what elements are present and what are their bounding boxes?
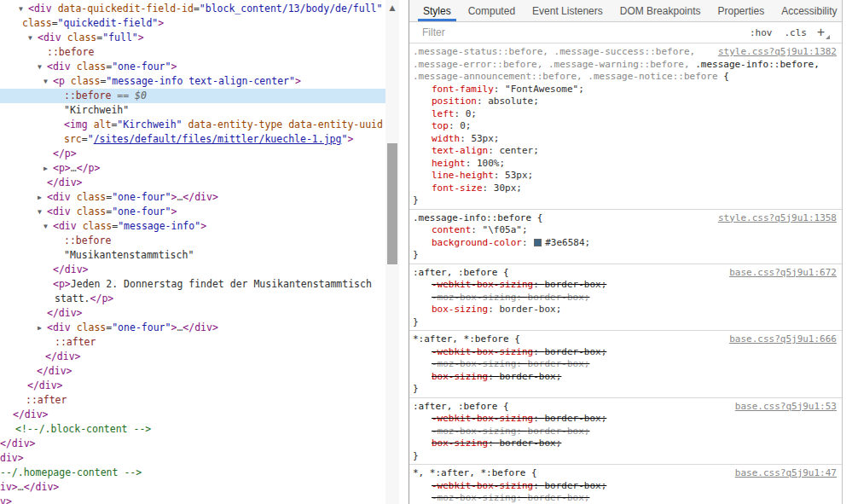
dom-tree-row[interactable]: class="quickedit-field"> [0, 16, 385, 31]
rule-selector[interactable]: style.css?q5j9u1:1358.message-info::befo… [413, 212, 837, 225]
class-toggle-button[interactable]: .cls [784, 27, 807, 38]
color-swatch[interactable] [534, 239, 542, 246]
dom-tree-row[interactable]: v> [0, 495, 385, 504]
dom-tree-row[interactable]: ▼<div class="message-info"> [0, 219, 385, 234]
tab-accessibility[interactable]: Accessibility [773, 0, 845, 21]
dom-tree-row[interactable]: "Musikantenstammtisch" [0, 248, 385, 263]
rule-selector[interactable]: base.css?q5j9u1:47*, *:after, *:before { [413, 467, 837, 480]
css-property[interactable]: font-size: 30px; [413, 182, 837, 195]
tab-dom-breakpoints[interactable]: DOM Breakpoints [611, 0, 710, 21]
css-property[interactable]: width: 53px; [413, 133, 837, 146]
dom-tree-row[interactable]: </p> [0, 147, 385, 161]
tab-event-listeners[interactable]: Event Listeners [524, 0, 611, 21]
dom-tree-row[interactable]: </div> [0, 350, 385, 364]
file-link[interactable]: /sites/default/files/mittler/kuechle-1.j… [94, 133, 342, 145]
stylesheet-link[interactable]: base.css?q5j9u1:666 [729, 333, 837, 346]
collapse-arrow-icon[interactable]: ▼ [43, 74, 48, 89]
elements-scrollbar[interactable]: ▲ [385, 0, 399, 504]
rule-selector[interactable]: style.css?q5j9u1:1382.message-status::be… [413, 46, 837, 84]
css-rule: base.css?q5j9u1:53:after, :before {-webk… [409, 398, 842, 466]
rule-selector[interactable]: base.css?q5j9u1:666*:after, *:before { [413, 333, 837, 346]
dom-tree-row[interactable]: </div> [0, 263, 385, 277]
dom-tree-row[interactable]: ▼<div class="one-four"> [0, 205, 385, 219]
stylesheet-link[interactable]: style.css?q5j9u1:1358 [718, 212, 837, 225]
css-property[interactable]: -webkit-box-sizing: border-box; [413, 346, 837, 359]
css-property[interactable]: -webkit-box-sizing: border-box; [413, 279, 837, 292]
dom-tree-row[interactable]: ▼<div class="full"> [0, 31, 385, 45]
dom-tree-row-selected[interactable]: ::before == $0 [0, 89, 385, 103]
pseudo-state-toggle-button[interactable]: :hov [750, 27, 773, 38]
dom-tree-row[interactable]: statt.</p> [0, 292, 385, 306]
dom-tree-row[interactable]: ▶<div class="one-four">…</div> [0, 190, 385, 205]
css-property[interactable]: position: absolute; [413, 96, 837, 108]
dom-node-text: ::after [55, 335, 96, 350]
expand-arrow-icon[interactable]: ▶ [38, 321, 42, 335]
dom-tree-row[interactable]: src="/sites/default/files/mittler/kuechl… [0, 132, 385, 147]
css-property[interactable]: background-color: #3e6584; [413, 237, 837, 250]
styles-scrollbar-gutter[interactable] [842, 0, 852, 504]
dom-tree-row[interactable]: ▶<div class="one-four">…</div> [0, 321, 385, 335]
css-property[interactable]: font-family: "FontAwesome"; [413, 84, 837, 96]
css-property[interactable]: box-sizing: border-box; [413, 437, 837, 450]
dom-tree-row[interactable]: <img alt="Kirchweih" data-entity-type da… [0, 118, 385, 132]
dom-tree-row[interactable]: ::before [0, 45, 385, 60]
dom-tree-row[interactable]: ::before [0, 234, 385, 248]
dom-tree-row[interactable]: ▶<p>…</p> [0, 161, 385, 176]
css-property[interactable]: -webkit-box-sizing: border-box; [413, 413, 837, 426]
rule-selector[interactable]: base.css?q5j9u1:672:after, :before { [413, 267, 837, 280]
scrollbar-thumb[interactable] [387, 143, 397, 264]
rule-selector[interactable]: base.css?q5j9u1:53:after, :before { [413, 401, 837, 414]
css-property[interactable]: -webkit-box-sizing: border-box; [413, 480, 837, 493]
css-property[interactable]: line-height: 53px; [413, 170, 837, 182]
css-property[interactable]: -moz-box-sizing: border-box; [413, 492, 837, 503]
css-property[interactable]: -moz-box-sizing: border-box; [413, 358, 837, 371]
filter-input[interactable] [422, 26, 704, 38]
collapse-arrow-icon[interactable]: ▼ [38, 60, 42, 74]
tab-styles[interactable]: Styles [414, 0, 460, 21]
dom-tree-row[interactable]: </div> [0, 437, 385, 451]
dom-tree-row[interactable]: ::after [0, 393, 385, 408]
css-property[interactable]: -moz-box-sizing: border-box; [413, 426, 837, 438]
collapse-arrow-icon[interactable]: ▼ [38, 205, 42, 219]
css-property[interactable]: -moz-box-sizing: border-box; [413, 292, 837, 304]
css-property[interactable]: box-sizing: border-box; [413, 371, 837, 384]
dom-tree-row[interactable]: ▼<p class="message-info text-align-cente… [0, 74, 385, 89]
scroll-up-arrow-icon[interactable]: ▲ [385, 2, 399, 14]
expand-arrow-icon[interactable]: ▶ [38, 190, 42, 205]
collapse-arrow-icon[interactable]: ▼ [43, 219, 48, 234]
dom-node-text: div> [0, 451, 24, 466]
dom-tree-row[interactable]: <p>Jeden 2. Donnerstag findet der Musika… [0, 277, 385, 292]
stylesheet-link[interactable]: base.css?q5j9u1:672 [729, 267, 837, 280]
dom-tree-row[interactable]: ▼<div data-quickedit-field-id="block_con… [0, 2, 385, 16]
dom-tree-row[interactable]: </div> [0, 364, 385, 379]
dom-tree-row[interactable]: iv>…</div> [0, 480, 385, 495]
dom-tree-row[interactable]: </div> [0, 408, 385, 422]
tab-properties[interactable]: Properties [709, 0, 773, 21]
dom-tree-row[interactable]: "Kirchweih" [0, 103, 385, 118]
css-rule: base.css?q5j9u1:672:after, :before {-web… [409, 264, 842, 332]
dom-tree-row[interactable]: --/.homepage-content --> [0, 466, 385, 480]
dom-node-text: --/.homepage-content --> [0, 466, 142, 480]
css-property[interactable]: left: 0; [413, 108, 837, 121]
dom-tree-row[interactable]: <!--/.block-content --> [0, 422, 385, 437]
new-style-rule-button[interactable]: + [817, 25, 830, 40]
css-property[interactable]: box-sizing: border-box; [413, 304, 837, 316]
stylesheet-link[interactable]: base.css?q5j9u1:47 [735, 467, 837, 480]
dom-tree-row[interactable]: </div> [0, 176, 385, 190]
collapse-arrow-icon[interactable]: ▼ [19, 2, 23, 16]
dom-node-text: statt.</p> [55, 292, 113, 306]
dom-tree-row[interactable]: </div> [0, 379, 385, 393]
css-property[interactable]: height: 100%; [413, 158, 837, 171]
css-property[interactable]: content: "\f05a"; [413, 224, 837, 237]
stylesheet-link[interactable]: base.css?q5j9u1:53 [735, 401, 837, 414]
css-property[interactable]: top: 0; [413, 120, 837, 133]
collapse-arrow-icon[interactable]: ▼ [28, 31, 32, 45]
dom-tree-row[interactable]: ▼<div class="one-four"> [0, 60, 385, 74]
tab-computed[interactable]: Computed [460, 0, 524, 21]
dom-tree-row[interactable]: div> [0, 451, 385, 466]
dom-tree-row[interactable]: </div> [0, 306, 385, 321]
css-property[interactable]: text-align: center; [413, 145, 837, 158]
expand-arrow-icon[interactable]: ▶ [43, 161, 48, 176]
dom-tree-row[interactable]: ::after [0, 335, 385, 350]
stylesheet-link[interactable]: style.css?q5j9u1:1382 [718, 46, 837, 59]
